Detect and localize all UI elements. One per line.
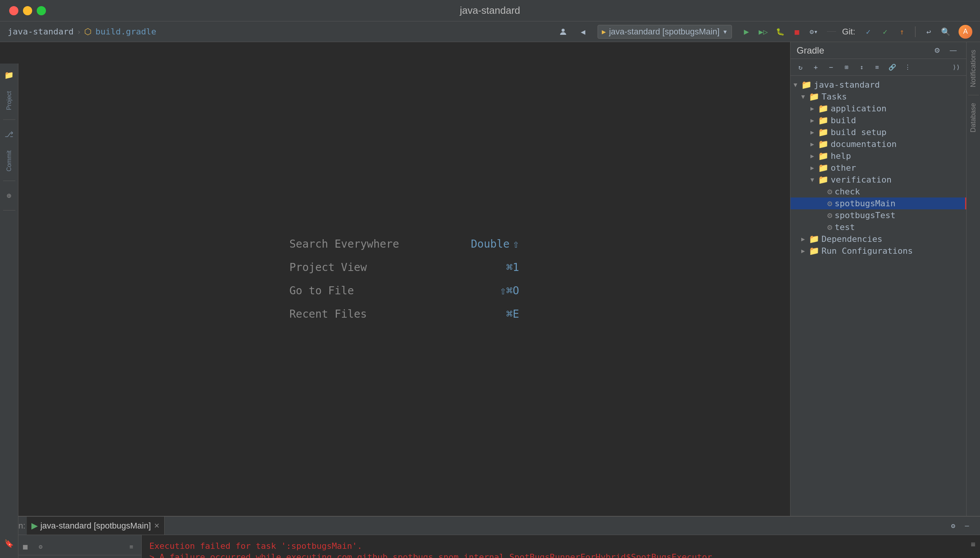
close-button[interactable] [9,6,18,15]
git-update-icon[interactable]: ✓ [861,25,875,39]
vcs-back-icon[interactable]: ◀ [576,25,590,39]
run-stop-icon[interactable]: ■ [18,540,32,553]
hint-project-view: Project View ⌘1 [289,261,519,274]
gradle-toolbar: ↻ + − ⊞ ↕ ≡ 🔗 ⋮ ⟩⟩ [791,59,966,76]
run-content: ▶ ■ ⚙ ≡ ▶ java-standard [spotbugs 11 sec… [0,535,980,558]
run-tree-panel: ▶ ■ ⚙ ≡ ▶ java-standard [spotbugs 11 sec… [0,535,142,558]
git-push-icon[interactable]: ↑ [895,25,909,39]
run-button[interactable]: ▶ [740,25,753,39]
tree-documentation[interactable]: ▶ 📁 documentation [791,138,966,150]
sidebar-item-bookmarks[interactable]: 🔖 [2,537,16,550]
gradle-add-icon[interactable]: + [809,61,822,74]
search-button[interactable]: 🔍 [939,25,952,39]
run-tab-close-icon[interactable]: ✕ [154,522,160,530]
run-tab-bar: Run: ▶ java-standard [spotbugsMain] ✕ ⚙ … [0,517,980,535]
tree-help[interactable]: ▶ 📁 help [791,150,966,162]
editor-area: Search Everywhere Double ⇧ Project View … [18,42,790,516]
tree-dependencies[interactable]: ▶ 📁 Dependencies [791,233,966,245]
sidebar-label-commit[interactable]: Commit [4,149,14,173]
run-output-panel: ≡ Execution failed for task ':spotbugsMa… [142,535,980,558]
tree-other[interactable]: ▶ 📁 other [791,162,966,174]
breadcrumb-separator: › [77,27,81,36]
breadcrumb-file[interactable]: ⬡ build.gradle [84,27,156,36]
left-sidebar: 📁 Project ⎇ Commit ⊕ 🔖 [0,64,18,558]
stop-button[interactable]: ■ [790,25,804,39]
tree-root-java-standard[interactable]: ▼ 📁 java-standard [791,79,966,91]
gradle-expand-icon[interactable]: ⟩⟩ [949,61,963,74]
sidebar-item-pullrequest[interactable]: ⊕ [2,189,16,202]
tree-application[interactable]: ▶ 📁 application [791,103,966,115]
output-line-2: > A failure occurred while executing com… [149,552,972,558]
window-title: java-standard [460,5,520,16]
tree-check[interactable]: ⚙ check [791,185,966,197]
vtab-notifications[interactable]: Notifications [968,45,979,92]
title-bar: java-standard [0,0,980,21]
sidebar-item-commit[interactable]: ⎇ [2,128,16,141]
breadcrumb-project[interactable]: java-standard [8,27,74,36]
more-run-options[interactable]: ⚙▾ [807,25,821,39]
output-line-1: Execution failed for task ':spotbugsMain… [149,541,972,551]
gradle-settings-icon[interactable]: ⚙ [930,44,944,57]
tree-run-configurations[interactable]: ▶ 📁 Run Configurations [791,245,966,257]
tree-spotbugs-test[interactable]: ⚙ spotbugsTest [791,209,966,221]
debug-button[interactable]: 🐛 [773,25,787,39]
run-rerun-icon[interactable]: ⚙ [34,540,48,553]
gradle-tree: ▼ 📁 java-standard ▼ 📁 Tasks ▶ 📁 applicat… [791,76,966,516]
hint-go-to-file: Go to File ⇧⌘O [289,284,519,297]
window-controls [9,6,46,15]
gradle-group-icon[interactable]: ⊞ [839,61,853,74]
bottom-panel: Run: ▶ java-standard [spotbugsMain] ✕ ⚙ … [0,516,980,558]
tree-verification[interactable]: ▼ 📁 verification [791,174,966,185]
user-icon[interactable] [556,25,570,39]
run-with-coverage-button[interactable]: ▶▷ [757,25,770,39]
run-panel-close-icon[interactable]: — [960,519,974,533]
run-tab-active[interactable]: ▶ java-standard [spotbugsMain] ✕ [27,517,164,535]
sidebar-label-project[interactable]: Project [4,90,14,112]
sidebar-item-project[interactable]: 📁 [2,68,16,82]
tree-build-setup[interactable]: ▶ 📁 build setup [791,126,966,138]
gradle-link-icon[interactable]: 🔗 [885,61,899,74]
hint-recent-files: Recent Files ⌘E [289,308,519,320]
tree-build[interactable]: ▶ 📁 build [791,115,966,126]
run-panel-settings-icon[interactable]: ⚙ [946,519,960,533]
hint-search-everywhere: Search Everywhere Double ⇧ [289,238,519,250]
gradle-header: Gradle ⚙ — [791,42,966,59]
gradle-close-icon[interactable]: — [946,44,960,57]
gradle-more-icon[interactable]: ⋮ [901,61,914,74]
tree-tasks[interactable]: ▼ 📁 Tasks [791,91,966,103]
breadcrumb-bar: java-standard › ⬡ build.gradle ◀ ▶ java-… [0,21,980,42]
tree-spotbugs-main[interactable]: ⚙ spotbugsMain [791,197,966,209]
run-output-settings-icon[interactable]: ≡ [971,540,975,549]
undo-button[interactable]: ↩ [922,25,936,39]
editor-hints-overlay: Search Everywhere Double ⇧ Project View … [289,238,519,320]
gradle-refresh-icon[interactable]: ↻ [794,61,808,74]
svg-point-0 [561,29,565,32]
user-avatar[interactable]: A [959,25,972,39]
maximize-button[interactable] [37,6,46,15]
vtab-database[interactable]: Database [968,98,979,137]
gradle-sort2-icon[interactable]: ≡ [870,61,884,74]
run-config-selector[interactable]: ▶ java-standard [spotbugsMain] ▾ [598,25,732,39]
tree-test[interactable]: ⚙ test [791,221,966,233]
run-wrap-icon[interactable]: ≡ [125,540,138,553]
gradle-sort-icon[interactable]: ↕ [855,61,868,74]
minimize-button[interactable] [23,6,32,15]
right-vtab-panel: Notifications Database [966,42,980,516]
git-commit-icon[interactable]: ✓ [878,25,892,39]
gradle-panel: Gradle ⚙ — ↻ + − ⊞ ↕ ≡ 🔗 ⋮ ⟩⟩ ▼ 📁 java-s… [790,42,966,516]
gradle-remove-icon[interactable]: − [824,61,838,74]
